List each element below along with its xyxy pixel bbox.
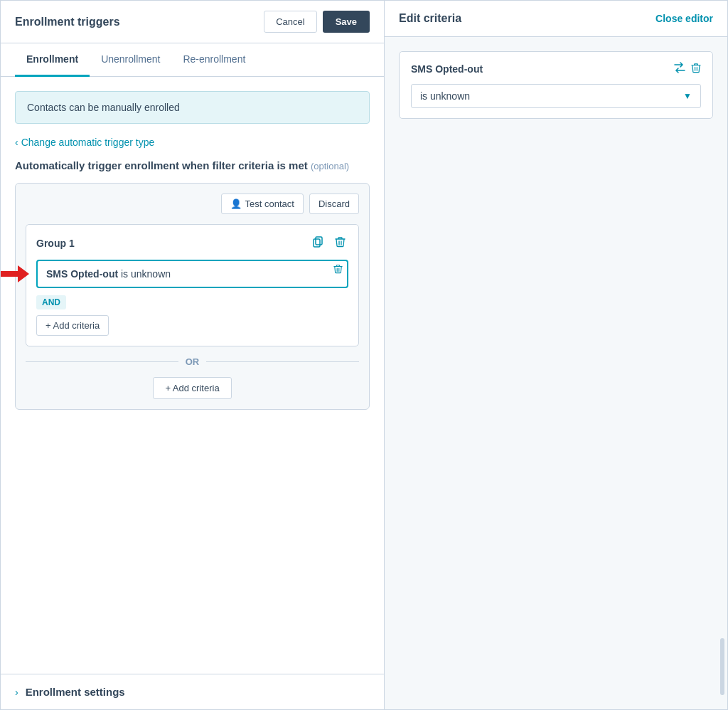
criteria-row-outer: SMS Opted-out is unknown: [36, 260, 348, 288]
manually-enrolled-box: Contacts can be manually enrolled: [15, 91, 370, 124]
tab-enrollment[interactable]: Enrollment: [15, 43, 90, 77]
or-divider: OR: [26, 356, 359, 367]
tabs-container: Enrollment Unenrollment Re-enrollment: [1, 43, 384, 77]
and-section: AND + Add criteria: [36, 295, 348, 336]
optional-label: (optional): [311, 161, 349, 171]
chevron-left-icon: ‹: [15, 137, 18, 148]
chevron-right-icon: ›: [15, 687, 18, 698]
filter-section: 👤 Test contact Discard Group 1: [15, 183, 370, 410]
tab-reenrollment[interactable]: Re-enrollment: [171, 43, 257, 77]
criteria-editor-card: SMS Opted-out is unknown ▼: [399, 51, 713, 119]
editor-header: Edit criteria Close editor: [385, 1, 727, 37]
criteria-delete-top[interactable]: [333, 264, 343, 276]
change-trigger-link[interactable]: ‹ Change automatic trigger type: [15, 137, 370, 148]
criteria-item[interactable]: SMS Opted-out is unknown: [36, 260, 348, 288]
svg-rect-0: [316, 237, 322, 245]
auto-trigger-title: Automatically trigger enrollment when fi…: [15, 158, 370, 173]
editor-title: Edit criteria: [399, 12, 461, 25]
editor-content: SMS Opted-out is unknown ▼: [385, 37, 727, 133]
dropdown-arrow-icon: ▼: [683, 91, 692, 101]
left-panel: Enrollment triggers Cancel Save Enrollme…: [1, 1, 385, 709]
filter-top-actions: 👤 Test contact Discard: [26, 194, 359, 214]
criteria-value-dropdown[interactable]: is unknown ▼: [411, 84, 701, 108]
group-title: Group 1: [36, 238, 75, 249]
copy-group-button[interactable]: [309, 235, 326, 251]
cancel-button[interactable]: Cancel: [264, 11, 316, 33]
add-criteria-or-button[interactable]: + Add criteria: [153, 377, 231, 399]
group-header: Group 1: [36, 235, 348, 251]
swap-icon-button[interactable]: [674, 62, 685, 75]
criteria-editor-actions: [674, 62, 701, 75]
criteria-row-delete-button[interactable]: [333, 264, 343, 276]
panel-header: Enrollment triggers Cancel Save: [1, 1, 384, 43]
red-arrow-indicator: [1, 265, 29, 282]
group-box: Group 1: [26, 224, 359, 346]
tab-unenrollment[interactable]: Unenrollment: [90, 43, 171, 77]
criteria-text: SMS Opted-out is unknown: [46, 268, 171, 280]
svg-rect-1: [314, 239, 320, 247]
enrollment-settings: › Enrollment settings: [1, 674, 384, 709]
svg-marker-2: [1, 265, 29, 282]
delete-group-button[interactable]: [332, 235, 348, 251]
criteria-value-text: is unknown: [420, 90, 470, 102]
close-editor-button[interactable]: Close editor: [655, 13, 713, 24]
change-trigger-label: Change automatic trigger type: [21, 137, 155, 148]
discard-button[interactable]: Discard: [309, 194, 359, 214]
test-contact-button[interactable]: 👤 Test contact: [221, 194, 304, 214]
save-button[interactable]: Save: [323, 11, 370, 33]
scrollbar[interactable]: [720, 638, 724, 695]
add-criteria-and-button[interactable]: + Add criteria: [36, 315, 109, 336]
delete-criteria-editor-button[interactable]: [691, 62, 701, 75]
right-panel: Edit criteria Close editor SMS Opted-out: [385, 1, 727, 709]
criteria-editor-header: SMS Opted-out: [411, 62, 701, 75]
manually-enrolled-text: Contacts can be manually enrolled: [27, 102, 180, 113]
criteria-editor-name: SMS Opted-out: [411, 63, 483, 75]
settings-row[interactable]: › Enrollment settings: [15, 686, 370, 698]
criteria-bold: SMS Opted-out: [46, 268, 118, 280]
settings-title: Enrollment settings: [26, 686, 125, 698]
panel-title: Enrollment triggers: [15, 16, 120, 28]
criteria-rest: is unknown: [118, 268, 171, 280]
user-icon: 👤: [230, 198, 242, 209]
and-label: AND: [36, 295, 348, 315]
header-actions: Cancel Save: [264, 11, 370, 33]
group-actions: [309, 235, 348, 251]
left-content: Contacts can be manually enrolled ‹ Chan…: [1, 77, 384, 659]
